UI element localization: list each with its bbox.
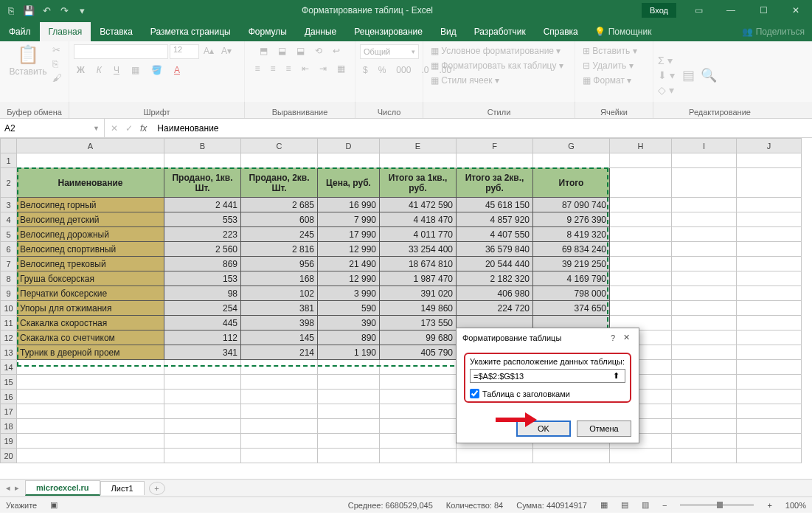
- cell[interactable]: [672, 316, 737, 331]
- table-cell[interactable]: 2 685: [241, 198, 318, 212]
- cell[interactable]: [737, 316, 802, 331]
- undo-icon[interactable]: ↶: [38, 2, 55, 18]
- enter-formula-icon[interactable]: ✓: [125, 123, 133, 134]
- find-select-icon[interactable]: 🔍: [701, 67, 717, 83]
- table-cell[interactable]: 406 980: [457, 286, 533, 301]
- table-cell[interactable]: 33 254 400: [380, 242, 457, 257]
- qat-more-icon[interactable]: ▾: [74, 2, 90, 18]
- cell[interactable]: [17, 434, 164, 449]
- cell[interactable]: [318, 375, 380, 390]
- minimize-icon[interactable]: —: [715, 0, 747, 21]
- cell[interactable]: [672, 271, 737, 286]
- tab-page-layout[interactable]: Разметка страницы: [142, 22, 240, 41]
- row-header[interactable]: 9: [1, 286, 17, 301]
- table-cell[interactable]: Упоры для отжимания: [17, 301, 164, 316]
- redo-icon[interactable]: ↷: [56, 2, 72, 18]
- cell[interactable]: [241, 153, 318, 168]
- col-header[interactable]: J: [737, 139, 802, 153]
- table-cell[interactable]: 381: [241, 301, 318, 316]
- table-cell[interactable]: 3 990: [318, 286, 380, 301]
- row-header[interactable]: 15: [1, 375, 17, 390]
- cell[interactable]: [164, 390, 241, 404]
- table-cell[interactable]: 445: [164, 316, 241, 331]
- cell[interactable]: [380, 153, 457, 168]
- maximize-icon[interactable]: ☐: [747, 0, 780, 21]
- cell[interactable]: [672, 301, 737, 316]
- table-cell[interactable]: Велосипед спортивный: [17, 242, 164, 257]
- autosave-icon[interactable]: ⎘: [3, 2, 19, 18]
- table-cell[interactable]: 21 490: [318, 257, 380, 271]
- cell[interactable]: [672, 390, 737, 404]
- table-cell[interactable]: 405 790: [380, 345, 457, 360]
- table-cell[interactable]: 39 219 250: [533, 257, 610, 271]
- cell[interactable]: [737, 345, 802, 360]
- align-right-icon[interactable]: ≡: [283, 62, 294, 75]
- view-normal-icon[interactable]: ▦: [600, 500, 608, 510]
- cell[interactable]: [737, 153, 802, 168]
- tab-help[interactable]: Справка: [535, 22, 587, 41]
- table-cell[interactable]: 173 550: [380, 316, 457, 331]
- cell[interactable]: [672, 434, 737, 449]
- table-cell[interactable]: 18 674 810: [380, 257, 457, 271]
- table-cell[interactable]: Скакалка со счетчиком: [17, 331, 164, 345]
- cell[interactable]: [610, 168, 672, 198]
- cell[interactable]: [241, 449, 318, 463]
- ribbon-options-icon[interactable]: ▭: [682, 0, 715, 21]
- table-header-cell[interactable]: Итого за 2кв., руб.: [457, 168, 533, 198]
- col-header[interactable]: C: [241, 139, 318, 153]
- table-cell[interactable]: 1 190: [318, 345, 380, 360]
- cell[interactable]: [672, 331, 737, 345]
- table-cell[interactable]: 956: [241, 257, 318, 271]
- col-header[interactable]: I: [672, 139, 737, 153]
- align-center-icon[interactable]: ≡: [267, 62, 278, 75]
- tab-developer[interactable]: Разработчик: [465, 22, 535, 41]
- cell[interactable]: [737, 168, 802, 198]
- cell[interactable]: [241, 375, 318, 390]
- table-cell[interactable]: 12 990: [318, 271, 380, 286]
- cell[interactable]: [318, 434, 380, 449]
- cell[interactable]: [164, 375, 241, 390]
- increase-indent-icon[interactable]: ⇥: [316, 62, 330, 75]
- table-cell[interactable]: 4 011 770: [380, 227, 457, 242]
- cell[interactable]: [610, 242, 672, 257]
- table-cell[interactable]: 112: [164, 331, 241, 345]
- merge-icon[interactable]: ▦: [334, 62, 348, 75]
- cell-styles[interactable]: ▦ Стили ячеек ▾: [428, 74, 502, 87]
- delete-cells[interactable]: ⊟ Удалить ▾: [580, 59, 636, 72]
- cell[interactable]: [672, 286, 737, 301]
- cell[interactable]: [380, 449, 457, 463]
- zoom-in-icon[interactable]: +: [767, 501, 771, 510]
- cell[interactable]: [672, 242, 737, 257]
- col-header[interactable]: G: [533, 139, 610, 153]
- autosum-icon[interactable]: Σ ▾: [658, 55, 675, 66]
- row-header[interactable]: 14: [1, 360, 17, 375]
- table-cell[interactable]: 1 987 470: [380, 271, 457, 286]
- formula-input[interactable]: Наименование: [153, 123, 812, 134]
- row-header[interactable]: 2: [1, 168, 17, 198]
- row-header[interactable]: 1: [1, 153, 17, 168]
- table-cell[interactable]: 798 000: [533, 286, 610, 301]
- cell[interactable]: [380, 434, 457, 449]
- row-header[interactable]: 20: [1, 449, 17, 463]
- cell[interactable]: [610, 301, 672, 316]
- table-cell[interactable]: 4 857 920: [457, 212, 533, 227]
- table-cell[interactable]: 245: [241, 227, 318, 242]
- table-cell[interactable]: 8 419 320: [533, 227, 610, 242]
- table-cell[interactable]: 9 276 390: [533, 212, 610, 227]
- cell[interactable]: [737, 360, 802, 375]
- range-input[interactable]: [473, 372, 610, 381]
- row-header[interactable]: 17: [1, 404, 17, 419]
- paste-button[interactable]: Вставить: [7, 65, 50, 78]
- table-cell[interactable]: 4 418 470: [380, 212, 457, 227]
- table-cell[interactable]: 149 860: [380, 301, 457, 316]
- cell[interactable]: [318, 404, 380, 419]
- cell[interactable]: [672, 257, 737, 271]
- cell[interactable]: [380, 390, 457, 404]
- cell[interactable]: [164, 404, 241, 419]
- cancel-button[interactable]: Отмена: [577, 421, 631, 437]
- table-header-cell[interactable]: Итого: [533, 168, 610, 198]
- cell[interactable]: [737, 390, 802, 404]
- tab-formulas[interactable]: Формулы: [240, 22, 296, 41]
- table-cell[interactable]: Велосипед детский: [17, 212, 164, 227]
- tab-home[interactable]: Главная: [40, 22, 91, 41]
